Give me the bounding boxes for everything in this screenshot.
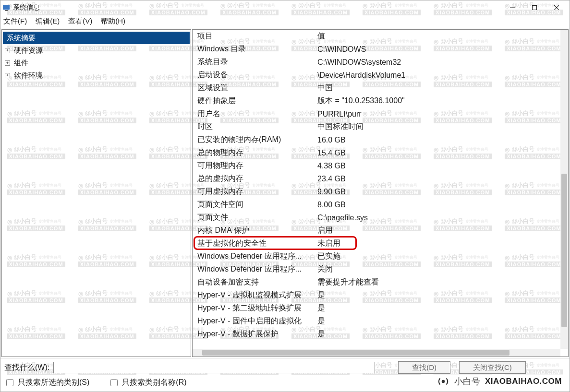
search-input[interactable] bbox=[53, 362, 375, 373]
cell-value: 23.4 GB bbox=[313, 172, 568, 185]
table-row[interactable]: Hyper-V - 虚拟机监视模式扩展是 bbox=[193, 289, 568, 302]
check-category-names[interactable]: 只搜索类别名称(R) bbox=[109, 378, 186, 388]
table-row[interactable]: 区域设置中国 bbox=[193, 82, 568, 95]
cell-key: 时区 bbox=[193, 120, 313, 133]
watermark-url: XIAOBAIHAO.COM bbox=[485, 377, 562, 386]
window-title: 系统信息 bbox=[13, 3, 40, 12]
expand-icon[interactable]: + bbox=[5, 48, 10, 53]
check-selected-category[interactable]: 只搜索所选的类别(S) bbox=[4, 378, 89, 388]
table-row[interactable]: 页面文件C:\pagefile.sys bbox=[193, 211, 568, 224]
header-value: 值 bbox=[313, 30, 568, 43]
checkbox[interactable] bbox=[6, 379, 13, 386]
menu-help[interactable]: 帮助(H) bbox=[101, 17, 125, 26]
cell-value: \Device\HarddiskVolume1 bbox=[313, 69, 568, 82]
table-row[interactable]: 可用虚拟内存9.90 GB bbox=[193, 185, 568, 198]
checkbox[interactable] bbox=[110, 379, 118, 386]
cell-key: 总的物理内存 bbox=[193, 146, 313, 159]
cell-value: 需要提升才能查看 bbox=[313, 276, 568, 289]
table-row[interactable]: 可用物理内存4.38 GB bbox=[193, 159, 568, 172]
tree-label: 组件 bbox=[12, 58, 30, 68]
tree-software[interactable]: + 软件环境 bbox=[3, 69, 190, 82]
cell-key: 页面文件 bbox=[193, 211, 313, 224]
menu-edit[interactable]: 编辑(E) bbox=[36, 17, 60, 26]
cell-value: 15.4 GB bbox=[313, 146, 568, 159]
minimize-button[interactable] bbox=[501, 0, 523, 15]
menu-bar: 文件(F) 编辑(E) 查看(V) 帮助(H) bbox=[0, 15, 570, 28]
menu-view[interactable]: 查看(V) bbox=[68, 17, 92, 26]
table-row[interactable]: 已安装的物理内存(RAM)16.0 GB bbox=[193, 133, 568, 146]
svg-point-6 bbox=[442, 380, 445, 383]
cell-value: 9.90 GB bbox=[313, 185, 568, 198]
table-row[interactable]: 时区中国标准时间 bbox=[193, 120, 568, 133]
table-row[interactable]: Windows Defender 应用程序...关闭 bbox=[193, 263, 568, 276]
table-row[interactable]: 总的物理内存15.4 GB bbox=[193, 146, 568, 159]
table-row[interactable]: 内核 DMA 保护启用 bbox=[193, 224, 568, 237]
cell-key: 硬件抽象层 bbox=[193, 95, 313, 107]
cell-key: Hyper-V - 虚拟机监视模式扩展 bbox=[193, 289, 313, 302]
expand-icon[interactable]: + bbox=[5, 73, 10, 78]
scrollbar-thumb[interactable] bbox=[561, 174, 567, 327]
table-row[interactable]: Hyper-V - 第二级地址转换扩展是 bbox=[193, 302, 568, 315]
cell-value: 是 bbox=[313, 302, 568, 315]
detail-table[interactable]: 项目 值 Windows 目录C:\WINDOWS系统目录C:\WINDOWS\… bbox=[193, 30, 568, 341]
cell-value: 版本 = "10.0.25336.1000" bbox=[313, 95, 568, 107]
cell-key: 总的虚拟内存 bbox=[193, 172, 313, 185]
cell-value: 已实施 bbox=[313, 250, 568, 263]
cell-key: 系统目录 bbox=[193, 56, 313, 69]
watermark-text: 小白号 bbox=[454, 376, 480, 387]
table-row[interactable]: 系统目录C:\WINDOWS\system32 bbox=[193, 56, 568, 69]
navigation-tree[interactable]: 系统摘要 + 硬件资源 + 组件 + 软件环境 bbox=[1, 29, 191, 357]
expand-icon[interactable]: + bbox=[5, 60, 10, 66]
title-bar: 系统信息 bbox=[0, 0, 570, 15]
cell-key: Hyper-V - 数据扩展保护 bbox=[193, 328, 313, 341]
scrollbar-thumb[interactable] bbox=[202, 350, 509, 356]
checkbox-label: 只搜索所选的类别(S) bbox=[18, 378, 89, 388]
cell-key: 区域设置 bbox=[193, 82, 313, 95]
cell-value: 4.38 GB bbox=[313, 159, 568, 172]
tree-components[interactable]: + 组件 bbox=[3, 57, 190, 69]
cell-value: 16.0 GB bbox=[313, 133, 568, 146]
cell-key: Windows Defender 应用程序... bbox=[193, 250, 313, 263]
cell-key: Windows 目录 bbox=[193, 43, 313, 56]
tree-hardware[interactable]: + 硬件资源 bbox=[3, 44, 190, 57]
cell-key: 用户名 bbox=[193, 107, 313, 120]
maximize-button[interactable] bbox=[523, 0, 546, 15]
table-row[interactable]: 自动设备加密支持需要提升才能查看 bbox=[193, 276, 568, 289]
table-row[interactable]: Hyper-V - 数据扩展保护是 bbox=[193, 328, 568, 341]
cell-value: 启用 bbox=[313, 224, 568, 237]
tree-system-summary[interactable]: 系统摘要 bbox=[3, 32, 190, 44]
horizontal-scrollbar[interactable] bbox=[193, 349, 560, 356]
cell-key: 可用虚拟内存 bbox=[193, 185, 313, 198]
cell-key: Hyper-V - 第二级地址转换扩展 bbox=[193, 302, 313, 315]
cell-value: PURRLI\purr bbox=[313, 107, 568, 120]
cell-value: 未启用 bbox=[313, 237, 568, 250]
tree-label: 系统摘要 bbox=[5, 33, 37, 43]
tree-label: 软件环境 bbox=[12, 71, 45, 81]
vertical-scrollbar[interactable] bbox=[560, 30, 568, 349]
table-row[interactable]: 总的虚拟内存23.4 GB bbox=[193, 172, 568, 185]
search-label: 查找什么(W): bbox=[4, 363, 49, 373]
table-row[interactable]: Windows 目录C:\WINDOWS bbox=[193, 43, 568, 56]
table-row[interactable]: Windows Defender 应用程序...已实施 bbox=[193, 250, 568, 263]
cell-key: 自动设备加密支持 bbox=[193, 276, 313, 289]
table-header-row[interactable]: 项目 值 bbox=[193, 30, 568, 43]
table-row[interactable]: 硬件抽象层版本 = "10.0.25336.1000" bbox=[193, 95, 568, 107]
app-icon bbox=[2, 4, 10, 12]
close-button[interactable] bbox=[546, 0, 568, 15]
cell-key: Hyper-V - 固件中启用的虚拟化 bbox=[193, 315, 313, 328]
table-row[interactable]: 基于虚拟化的安全性未启用 bbox=[193, 237, 568, 250]
table-row[interactable]: 页面文件空间8.00 GB bbox=[193, 198, 568, 211]
table-row[interactable]: 用户名PURRLI\purr bbox=[193, 107, 568, 120]
find-button[interactable]: 查找(D) bbox=[398, 361, 450, 374]
table-row[interactable]: 启动设备\Device\HarddiskVolume1 bbox=[193, 69, 568, 82]
detail-panel: 项目 值 Windows 目录C:\WINDOWS系统目录C:\WINDOWS\… bbox=[192, 29, 569, 357]
menu-file[interactable]: 文件(F) bbox=[3, 17, 27, 26]
corner-watermark: 小白号 XIAOBAIHAO.COM bbox=[434, 374, 565, 389]
close-find-button[interactable]: 关闭查找(C) bbox=[459, 361, 526, 374]
cell-key: 可用物理内存 bbox=[193, 159, 313, 172]
cell-key: Windows Defender 应用程序... bbox=[193, 263, 313, 276]
cell-value: C:\pagefile.sys bbox=[313, 211, 568, 224]
table-row[interactable]: Hyper-V - 固件中启用的虚拟化是 bbox=[193, 315, 568, 328]
cell-value: C:\WINDOWS bbox=[313, 43, 568, 56]
cell-value: 关闭 bbox=[313, 263, 568, 276]
